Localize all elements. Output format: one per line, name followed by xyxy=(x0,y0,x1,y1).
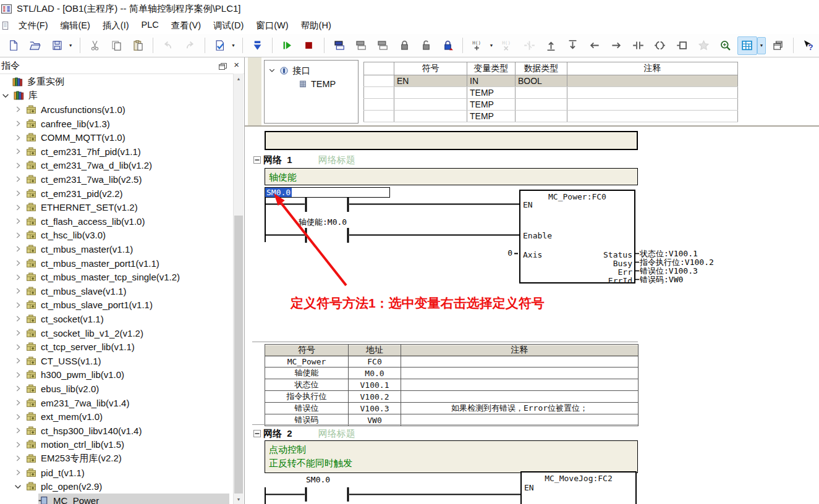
system-block-button[interactable] xyxy=(373,36,392,55)
insert-contact-button[interactable] xyxy=(629,36,648,55)
network-1-header[interactable]: 网络 1 网络标题 xyxy=(253,155,355,165)
variable-cell[interactable] xyxy=(567,111,738,122)
chevron-right-icon[interactable] xyxy=(14,245,22,253)
variable-cell[interactable] xyxy=(567,87,738,99)
open-file-button[interactable] xyxy=(25,36,45,55)
chevron-down-icon[interactable] xyxy=(14,482,22,491)
redo-button[interactable] xyxy=(180,36,200,55)
move-left-button[interactable] xyxy=(585,36,604,55)
variable-cell[interactable] xyxy=(567,75,738,87)
variable-cell[interactable]: TEMP xyxy=(467,87,516,99)
output-operand-status[interactable]: 状态位:V100.1 xyxy=(640,250,698,258)
favorites-button[interactable] xyxy=(694,36,713,55)
cut-button[interactable] xyxy=(85,36,104,55)
tree-item-Arcusfunctions(v1.0)[interactable]: Arcusfunctions(v1.0) xyxy=(0,103,233,117)
tree-item-MC_Power[interactable]: MC_Power xyxy=(0,494,233,504)
output-operand-errid[interactable]: 错误码:VW0 xyxy=(640,275,683,284)
tree-item-pid_t(v1.1)[interactable]: pid_t(v1.1) xyxy=(0,466,233,480)
chevron-right-icon[interactable] xyxy=(14,343,22,351)
variable-cell[interactable] xyxy=(394,99,467,111)
tree-item-ct_mbus_master(v1.1)[interactable]: ct_mbus_master(v1.1) xyxy=(0,242,233,256)
tree-item-ct_tcp_server_lib(v1.1)[interactable]: ct_tcp_server_lib(v1.1) xyxy=(0,340,233,354)
row-gutter[interactable] xyxy=(364,99,394,111)
operand-edit-box[interactable]: SM0.0 xyxy=(265,187,390,198)
tree-item-ct_hsp300_libv140(v1.4)[interactable]: ct_hsp300_libv140(v1.4) xyxy=(0,424,233,438)
chevron-right-icon[interactable] xyxy=(14,161,22,170)
chevron-right-icon[interactable] xyxy=(14,175,22,183)
toggle-negate-button[interactable] xyxy=(519,36,538,55)
menu-1[interactable]: 编辑(E) xyxy=(54,18,96,33)
undo-button[interactable] xyxy=(158,36,177,55)
variable-row[interactable]: TEMP xyxy=(364,99,738,111)
tree-item-ETHERNET_SET(v1.2)[interactable]: ETHERNET_SET(v1.2) xyxy=(0,200,233,214)
tree-item-ebus_lib(v2.0)[interactable]: ebus_lib(v2.0) xyxy=(0,382,233,396)
chevron-right-icon[interactable] xyxy=(14,371,22,379)
axis-constant[interactable]: 0 xyxy=(505,249,512,258)
variable-cell[interactable] xyxy=(394,87,467,99)
chevron-right-icon[interactable] xyxy=(14,287,22,295)
unlock-button[interactable] xyxy=(417,36,436,55)
tree-item-ct_mbus_slave(v1.1)[interactable]: ct_mbus_slave(v1.1) xyxy=(0,284,233,298)
tree-item-多重实例[interactable]: 多重实例 xyxy=(0,75,233,89)
run-button[interactable] xyxy=(278,36,297,55)
chevron-right-icon[interactable] xyxy=(14,133,22,142)
new-file-button[interactable] xyxy=(4,36,23,55)
chevron-right-icon[interactable] xyxy=(14,301,22,309)
menu-4[interactable]: 查看(V) xyxy=(165,18,207,33)
tree-item-ct_mbus_slave_port1(v1.1)[interactable]: ct_mbus_slave_port1(v1.1) xyxy=(0,298,233,313)
download-button[interactable] xyxy=(248,36,267,55)
chevron-right-icon[interactable] xyxy=(14,440,22,449)
pou-comment-box[interactable] xyxy=(265,131,638,150)
copy-button[interactable] xyxy=(107,36,126,55)
network-title-placeholder[interactable]: 网络标题 xyxy=(318,428,355,440)
chevron-right-icon[interactable] xyxy=(14,468,22,477)
tree-item-CT_USS(v1.1)[interactable]: CT_USS(v1.1) xyxy=(0,354,233,368)
variable-cell[interactable]: IN xyxy=(467,75,516,87)
scroll-down-icon[interactable]: ▼ xyxy=(234,494,244,504)
variable-cell[interactable] xyxy=(394,111,467,122)
chevron-right-icon[interactable] xyxy=(14,105,22,114)
tree-item-ct_em231_7hf_pid(v1.1)[interactable]: ct_em231_7hf_pid(v1.1) xyxy=(0,145,233,159)
tree-item-ct_mbus_master_tcp_single(v1.2)[interactable]: ct_mbus_master_tcp_single(v1.2) xyxy=(0,270,233,284)
network-2-header[interactable]: 网络 2 网络标题 xyxy=(253,429,355,439)
chevron-right-icon[interactable] xyxy=(14,384,22,393)
interface-temp-row[interactable]: TEMP xyxy=(299,78,336,90)
tree-item-h300_pwm_lib(v1.0)[interactable]: h300_pwm_lib(v1.0) xyxy=(0,368,233,382)
output-operand-busy[interactable]: 指令执行位:V100.2 xyxy=(640,258,714,267)
tree-item-EM253专用库(v2.2)[interactable]: EM253专用库(v2.2) xyxy=(0,452,233,466)
selected-operand[interactable]: SM0.0 xyxy=(265,188,292,197)
menu-3[interactable]: PLC xyxy=(135,18,165,33)
mc-movejog-block[interactable]: MC_MoveJog:FC2 EN xyxy=(520,471,637,504)
insert-coil-button[interactable] xyxy=(650,36,669,55)
program-block-button[interactable] xyxy=(329,36,349,55)
row-gutter[interactable] xyxy=(364,87,394,99)
tree-item-ct_socket_lib_v1_2(v1.2)[interactable]: ct_socket_lib_v1_2(v1.2) xyxy=(0,326,233,340)
scrollbar-thumb[interactable] xyxy=(234,216,243,494)
menu-5[interactable]: 调试(D) xyxy=(207,18,250,33)
network-2-comment-box[interactable]: 点动控制正反转不能同时触发 xyxy=(265,440,638,473)
variable-cell[interactable] xyxy=(516,99,567,111)
variable-cell[interactable] xyxy=(516,87,567,99)
tree-item-ext_mem(v1.0)[interactable]: ext_mem(v1.0) xyxy=(0,410,233,424)
insert-row-up-button[interactable] xyxy=(541,36,561,55)
chevron-right-icon[interactable] xyxy=(14,454,22,463)
tree-item-plc_open(v2.9)[interactable]: plc_open(v2.9) xyxy=(0,479,233,494)
insert-row-down-button[interactable] xyxy=(563,36,582,55)
scroll-up-icon[interactable]: ▲ xyxy=(234,74,244,83)
tree-item-ct_em231_7wa_lib(v2.5)[interactable]: ct_em231_7wa_lib(v2.5) xyxy=(0,172,233,187)
mc-power-block[interactable]: MC_Power:FC0 EN Enable Axis StatusBusyEr… xyxy=(519,190,635,284)
chevron-right-icon[interactable] xyxy=(14,217,22,225)
contact-operand-label[interactable]: SM0.0 xyxy=(306,476,330,484)
tree-item-COMM_MQTT(v1.0)[interactable]: COMM_MQTT(v1.0) xyxy=(0,130,233,145)
variable-cell[interactable]: TEMP xyxy=(467,99,516,111)
chevron-right-icon[interactable] xyxy=(14,398,22,407)
network-1-comment-box[interactable]: 轴使能 xyxy=(265,168,638,185)
chevron-right-icon[interactable] xyxy=(14,119,22,128)
compile-check-button-dropdown[interactable]: ▼ xyxy=(229,37,237,54)
chevron-right-icon[interactable] xyxy=(14,413,22,421)
table-view-button-dropdown[interactable]: ▼ xyxy=(757,37,766,54)
tree-item-ct_mbus_master_port1(v1.1)[interactable]: ct_mbus_master_port1(v1.1) xyxy=(0,256,233,271)
variable-cell[interactable]: TEMP xyxy=(467,111,516,122)
tree-item-ct_socket(v1.1)[interactable]: ct_socket(v1.1) xyxy=(0,312,233,326)
tree-item-ct_em231_7wa_d_lib(v1.2)[interactable]: ct_em231_7wa_d_lib(v1.2) xyxy=(0,159,233,173)
